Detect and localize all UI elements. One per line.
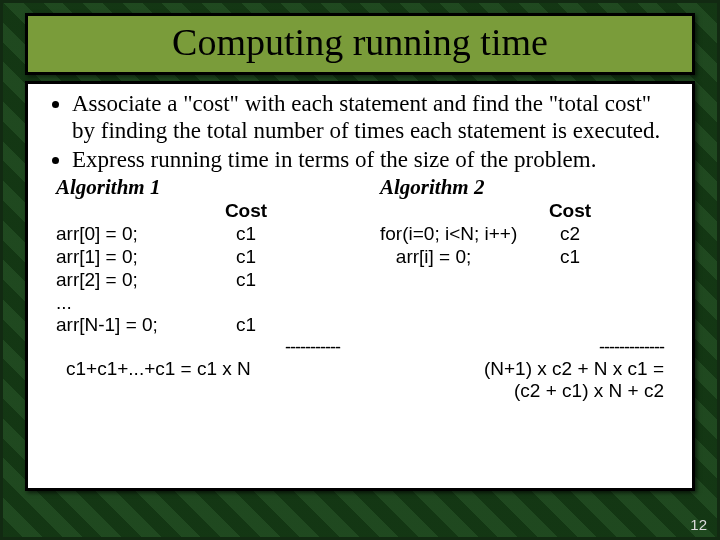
algo1-cost [216,292,276,315]
bullet-item: Express running time in terms of the siz… [72,146,674,173]
algo1-result: c1+c1+...+c1 = c1 x N [46,358,350,380]
bullet-list: Associate a "cost" with each statement a… [46,90,674,173]
algo1-cost-header: Cost [216,200,276,223]
algo1-stmt: arr[1] = 0; [56,246,216,269]
algo1-stmt: arr[0] = 0; [56,223,216,246]
title-box: Computing running time [25,13,695,75]
algo1-line: arr[1] = 0; c1 [56,246,350,269]
algo2-body: Cost for(i=0; i<N; i++) c2 arr[i] = 0; c… [380,200,674,337]
algo1-stmt: arr[2] = 0; [56,269,216,292]
algo1-cost: c1 [216,314,276,337]
algo1-body: Cost arr[0] = 0; c1 arr[1] = 0; c1 arr[2… [56,200,350,337]
algo2-cost-header: Cost [540,200,600,223]
algo1-divider: ----------- [46,337,350,358]
algo1-line: arr[N-1] = 0; c1 [56,314,350,337]
algo2-cost: c2 [540,223,600,246]
algo2-divider: ------------- [370,337,674,358]
content-box: Associate a "cost" with each statement a… [25,81,695,491]
algo1-line: ... [56,292,350,315]
slide-title: Computing running time [38,20,682,64]
slide: Computing running time Associate a "cost… [0,0,720,540]
algo1-cost: c1 [216,223,276,246]
algo2-title: Algorithm 2 [380,175,674,200]
algo1-title: Algorithm 1 [56,175,350,200]
algo1-cost: c1 [216,269,276,292]
algorithms: Algorithm 1 Cost arr[0] = 0; c1 arr[1] =… [46,175,674,401]
bullet-item: Associate a "cost" with each statement a… [72,90,674,144]
algo1-cost: c1 [216,246,276,269]
algo2-line: arr[i] = 0; c1 [380,246,674,269]
algo2-result-line2: (c2 + c1) x N + c2 [370,380,674,402]
algo2-line: for(i=0; i<N; i++) c2 [380,223,674,246]
algo1-line: arr[0] = 0; c1 [56,223,350,246]
algo2-result-line1: (N+1) x c2 + N x c1 = [370,358,674,380]
algo2-cost: c1 [540,246,600,269]
algorithm-1: Algorithm 1 Cost arr[0] = 0; c1 arr[1] =… [46,175,350,401]
algo1-stmt: arr[N-1] = 0; [56,314,216,337]
algo1-line: arr[2] = 0; c1 [56,269,350,292]
algo1-stmt: ... [56,292,216,315]
algo2-stmt: arr[i] = 0; [380,246,540,269]
algo2-stmt: for(i=0; i<N; i++) [380,223,540,246]
algorithm-2: Algorithm 2 Cost for(i=0; i<N; i++) c2 a… [370,175,674,401]
page-number: 12 [690,516,707,533]
